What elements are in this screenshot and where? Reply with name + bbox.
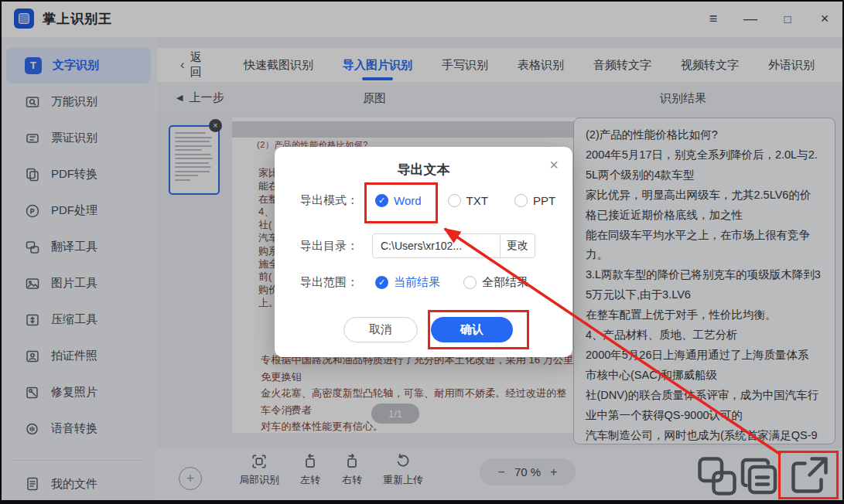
- result-text-line: 4、产品材料、质地、工艺分析: [586, 325, 823, 346]
- partial-recognition-icon: [251, 453, 268, 470]
- result-text-line: 家比优异，明显高出网级车，尤其2.5LV6的价: [586, 186, 823, 206]
- sidebar-item-universal-recognition[interactable]: 万能识别: [6, 83, 151, 120]
- export-directory-label: 导出目录：: [300, 239, 358, 254]
- window-controls: ≡ — □ ×: [705, 0, 833, 37]
- sidebar-item-label: 拍证件照: [51, 349, 97, 363]
- zoom-in-button[interactable]: +: [550, 465, 557, 479]
- ticket-recognition-icon: [25, 131, 40, 146]
- result-text-line: 市核中心(SAC)和挪威船级: [586, 366, 823, 386]
- document-clipped-line: 施全: [258, 258, 275, 271]
- voice-convert-icon: [25, 421, 40, 437]
- cancel-button[interactable]: 取消: [343, 317, 418, 342]
- re-upload-button[interactable]: 重新上传: [375, 453, 431, 487]
- sidebar-item-pdf-convert[interactable]: PDF转换: [6, 156, 151, 192]
- copy-icon: [736, 453, 782, 499]
- document-clipped-line: 家比: [258, 167, 275, 180]
- tab-table-recognition[interactable]: 表格识别: [518, 48, 564, 82]
- tab-audio-to-text[interactable]: 音频转文字: [593, 48, 651, 82]
- minimize-icon[interactable]: —: [742, 11, 759, 27]
- rotate-right-button[interactable]: 右转: [324, 453, 380, 487]
- result-text-line: 5L两个级别的4款车型: [586, 165, 823, 186]
- radio-checked-icon: ✓: [375, 194, 388, 207]
- thumbnail-close-icon[interactable]: ×: [209, 119, 222, 132]
- re-upload-icon: [395, 453, 412, 470]
- tab-video-to-text[interactable]: 视频转文字: [681, 48, 739, 82]
- sidebar-item-image-tools[interactable]: 图片工具: [6, 265, 151, 301]
- add-image-button[interactable]: +: [179, 467, 202, 490]
- document-paragraph: 专根据中国路况和油品特质进行了充分的本土化改进，采用 16 万公里免更换钼金火花…: [261, 352, 575, 435]
- translate-button[interactable]: 翻译: [694, 453, 740, 504]
- partial-recognition-button[interactable]: 局部识别: [231, 453, 287, 487]
- result-text-line: 2004年5月17日，别克全系列降价后，2.0L与2.: [586, 145, 823, 165]
- change-directory-button[interactable]: 更改: [501, 233, 535, 258]
- sidebar-item-text-recognition[interactable]: T 文字识别: [6, 47, 151, 83]
- action-label: 局部识别: [239, 473, 279, 487]
- document-clipped-line: 购系: [258, 245, 275, 258]
- tab-quick-screenshot[interactable]: 快速截图识别: [244, 48, 313, 82]
- page-indicator-badge: 1/1: [371, 404, 419, 424]
- result-text-line: 5万元以下,由于3.LV6: [586, 285, 823, 305]
- title-bar: 掌上识别王 ≡ — □ ×: [0, 0, 844, 37]
- export-range-label: 导出范围：: [300, 275, 358, 290]
- sidebar-item-label: PDF转换: [51, 167, 97, 182]
- sidebar: T 文字识别 万能识别 票证识别 PDF转换 PDF处理 翻译工具 图片工具: [0, 37, 157, 504]
- app-title: 掌上识别王: [43, 10, 112, 28]
- export-text-modal: 导出文本 × 导出模式： ✓ Word TXT PPT 导出目录： C:\Use…: [275, 147, 572, 357]
- sidebar-item-my-files[interactable]: 我的文件: [6, 464, 151, 504]
- radio-ppt[interactable]: PPT: [514, 194, 555, 207]
- app-window: 掌上识别王 ≡ — □ × T 文字识别 万能识别 票证识别 PDF转换 PDF…: [0, 0, 844, 504]
- radio-word[interactable]: ✓ Word: [375, 194, 422, 207]
- bottom-toolbar: + 局部识别 左转 右转 重新上传 − 70 % + 翻译 复制: [157, 448, 844, 504]
- page-thumbnail[interactable]: [169, 125, 220, 195]
- document-clipped-line: 在整: [258, 193, 275, 206]
- menu-icon[interactable]: ≡: [705, 11, 722, 27]
- document-clipped-line: 社(: [258, 219, 275, 232]
- recognition-result-panel[interactable]: (2)产品的性能价格比如何?2004年5月17日，别克全系列降价后，2.0L与2…: [573, 117, 835, 444]
- sidebar-item-ticket-recognition[interactable]: 票证识别: [6, 120, 151, 156]
- sidebar-item-label: 图片工具: [51, 276, 97, 291]
- prev-step-label: 上一步: [189, 90, 224, 105]
- radio-current-result[interactable]: ✓ 当前结果: [375, 275, 440, 290]
- maximize-icon[interactable]: □: [779, 12, 796, 26]
- radio-all-results[interactable]: 全部结果: [463, 275, 528, 290]
- result-text-line: 在整车配置上优于对手，性价比均衡。: [586, 305, 823, 325]
- close-icon[interactable]: ×: [816, 11, 833, 27]
- back-chevron-icon: ‹: [180, 57, 185, 73]
- my-files-icon: [25, 476, 40, 492]
- document-clipped-line: 前(: [258, 271, 275, 284]
- copy-button[interactable]: 复制: [736, 453, 782, 504]
- sidebar-item-pdf-process[interactable]: PDF处理: [6, 192, 151, 229]
- sidebar-item-label: PDF处理: [51, 203, 97, 218]
- universal-recognition-icon: [25, 94, 40, 110]
- tab-import-image[interactable]: 导入图片识别: [343, 48, 412, 82]
- action-label: 右转: [342, 473, 362, 487]
- sidebar-item-label: 我的文件: [51, 477, 97, 492]
- pdf-convert-icon: [25, 167, 40, 182]
- confirm-button[interactable]: 确认: [431, 317, 513, 342]
- back-button[interactable]: ‹ 返回: [180, 50, 213, 80]
- compress-tools-icon: [25, 312, 40, 328]
- result-text-line: 格已接近近期价格底线，加之性: [586, 206, 823, 226]
- radio-txt[interactable]: TXT: [448, 194, 488, 207]
- sidebar-item-translate-tools[interactable]: 翻译工具: [6, 229, 151, 265]
- app-logo-icon: [14, 9, 34, 29]
- export-text-button[interactable]: 导出文本: [785, 453, 832, 504]
- zoom-out-button[interactable]: −: [498, 465, 505, 479]
- radio-checked-icon: ✓: [375, 276, 388, 289]
- tab-bar: ‹ 返回 快速截图识别 导入图片识别 手写识别 表格识别 音频转文字 视频转文字…: [157, 48, 844, 82]
- modal-close-icon[interactable]: ×: [549, 156, 559, 174]
- document-clipped-line: 购价: [258, 284, 275, 297]
- sidebar-divider: [12, 460, 145, 461]
- radio-unchecked-icon: [514, 194, 528, 207]
- export-directory-input[interactable]: C:\Users\xr102...: [372, 233, 501, 258]
- sidebar-item-voice-convert[interactable]: 语音转换: [6, 410, 151, 447]
- sidebar-item-id-photo[interactable]: 拍证件照: [6, 338, 151, 374]
- action-label: 重新上传: [383, 473, 423, 487]
- tab-handwriting[interactable]: 手写识别: [442, 48, 488, 82]
- result-text-line: 汽车制造公司，网时也成为(系统首家满足QS-9: [586, 426, 823, 444]
- tab-foreign-language[interactable]: 外语识别: [768, 48, 815, 82]
- sidebar-item-compress-tools[interactable]: 压缩工具: [6, 301, 151, 338]
- sidebar-item-repair-photo[interactable]: 修复照片: [6, 374, 151, 410]
- prev-step-button[interactable]: ◀ 上一步: [176, 90, 224, 105]
- rotate-left-icon: [302, 453, 319, 470]
